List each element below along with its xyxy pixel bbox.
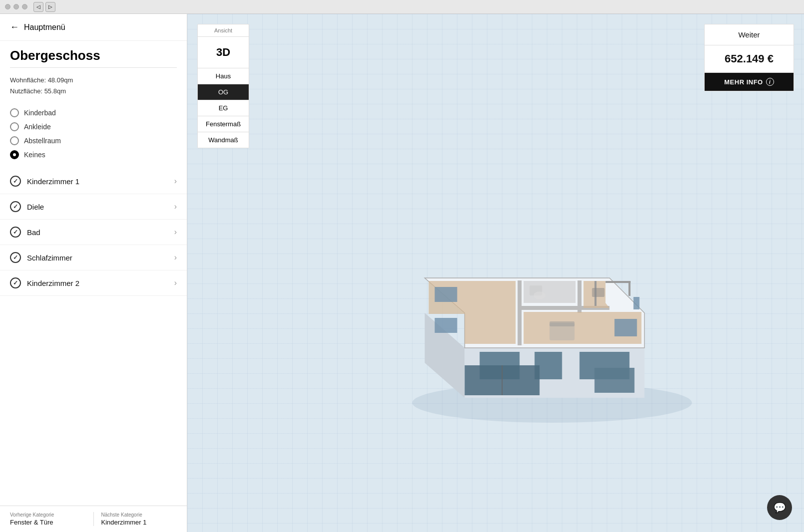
radio-label-keines: Keines bbox=[24, 151, 45, 159]
svg-rect-21 bbox=[628, 281, 630, 296]
house-3d-visualization bbox=[365, 138, 739, 438]
radio-label-kinderbad: Kinderbad bbox=[24, 109, 56, 117]
view-btn-eg[interactable]: EG bbox=[198, 100, 249, 116]
main-menu-label[interactable]: Hauptmenü bbox=[24, 23, 65, 32]
radio-circle-kinderbad bbox=[10, 108, 19, 117]
browser-back-btn[interactable]: ◁ bbox=[33, 2, 43, 12]
room-list: Kinderzimmer 1 › Diele › Bad › bbox=[0, 167, 187, 506]
room-name-schlafzimmer: Schlafzimmer bbox=[27, 254, 72, 262]
room-name-bad: Bad bbox=[27, 228, 40, 237]
view-label: Ansicht bbox=[198, 24, 249, 37]
room-item-bad[interactable]: Bad › bbox=[0, 220, 187, 245]
nutzflache-label: Nutzfläche: 55.8qm bbox=[10, 86, 177, 97]
svg-point-26 bbox=[533, 291, 545, 299]
radio-keines[interactable]: Keines bbox=[10, 148, 177, 162]
footer-divider bbox=[93, 512, 94, 526]
view-controls: Ansicht 3D Haus OG EG Fenstermaß Wandmaß bbox=[197, 24, 249, 148]
sidebar-header: ← Hauptmenü bbox=[0, 14, 187, 41]
sidebar-title: Obergeschoss bbox=[0, 41, 187, 67]
footer-next-value: Kinderzimmer 1 bbox=[101, 519, 177, 526]
room-item-diele[interactable]: Diele › bbox=[0, 194, 187, 220]
svg-rect-22 bbox=[592, 288, 604, 297]
radio-ankleide[interactable]: Ankleide bbox=[10, 120, 177, 134]
svg-rect-29 bbox=[594, 368, 634, 393]
svg-rect-20 bbox=[605, 281, 630, 283]
footer-next[interactable]: Nächste Kategorie Kinderzimmer 1 bbox=[101, 512, 177, 526]
chevron-kinderzimmer2: › bbox=[174, 278, 177, 287]
room-name-kinderzimmer2: Kinderzimmer 2 bbox=[27, 279, 79, 287]
weiter-button[interactable]: Weiter bbox=[705, 24, 794, 45]
chevron-kinderzimmer1: › bbox=[174, 177, 177, 186]
chat-button[interactable]: 💬 bbox=[767, 495, 792, 520]
room-name-diele: Diele bbox=[27, 203, 44, 211]
app-container: ← Hauptmenü Obergeschoss Wohnfläche: 48.… bbox=[0, 14, 804, 532]
svg-rect-17 bbox=[614, 319, 637, 336]
radio-circle-keines bbox=[10, 150, 19, 159]
svg-rect-24 bbox=[549, 321, 574, 326]
chat-icon: 💬 bbox=[774, 502, 786, 514]
chevron-diele: › bbox=[174, 202, 177, 211]
view-btn-og[interactable]: OG bbox=[198, 84, 249, 100]
radio-kinderbad[interactable]: Kinderbad bbox=[10, 106, 177, 120]
chevron-schlafzimmer: › bbox=[174, 253, 177, 262]
view-btn-wandmass[interactable]: Wandmaß bbox=[198, 132, 249, 148]
svg-rect-13 bbox=[434, 318, 457, 333]
svg-rect-12 bbox=[434, 287, 457, 302]
browser-navigation: ◁ ▷ bbox=[33, 2, 55, 12]
room-item-left-schlafzimmer: Schlafzimmer bbox=[10, 252, 72, 263]
price-amount: 652.149 € bbox=[705, 45, 794, 73]
radio-label-abstellraum: Abstellraum bbox=[24, 137, 61, 145]
view-btn-haus[interactable]: Haus bbox=[198, 68, 249, 84]
check-circle-bad bbox=[10, 227, 21, 238]
room-item-schlafzimmer[interactable]: Schlafzimmer › bbox=[0, 245, 187, 270]
radio-label-ankleide: Ankleide bbox=[24, 123, 51, 131]
room-item-left-kinderzimmer2: Kinderzimmer 2 bbox=[10, 277, 79, 288]
main-content: Ansicht 3D Haus OG EG Fenstermaß Wandmaß… bbox=[187, 14, 804, 532]
check-circle-kinderzimmer2 bbox=[10, 277, 21, 288]
room-name-kinderzimmer1: Kinderzimmer 1 bbox=[27, 177, 79, 186]
room-item-kinderzimmer2[interactable]: Kinderzimmer 2 › bbox=[0, 270, 187, 296]
mehr-info-label: MEHR INFO bbox=[724, 78, 763, 86]
browser-dot-yellow bbox=[13, 4, 19, 9]
browser-dot-green bbox=[22, 4, 27, 9]
room-item-left: Kinderzimmer 1 bbox=[10, 176, 79, 187]
view-btn-3d[interactable]: 3D bbox=[198, 37, 249, 68]
radio-abstellraum[interactable]: Abstellraum bbox=[10, 134, 177, 148]
view-btn-fenstermass[interactable]: Fenstermaß bbox=[198, 116, 249, 132]
price-panel: Weiter 652.149 € MEHR INFO i bbox=[704, 24, 794, 91]
footer-prev-label: Vorherige Kategorie bbox=[10, 512, 86, 518]
wohnflache-label: Wohnfläche: 48.09qm bbox=[10, 75, 177, 86]
room-item-left-bad: Bad bbox=[10, 227, 40, 238]
check-circle-schlafzimmer bbox=[10, 252, 21, 263]
radio-circle-ankleide bbox=[10, 122, 19, 131]
check-circle-kinderzimmer1 bbox=[10, 176, 21, 187]
footer-next-label: Nächste Kategorie bbox=[101, 512, 177, 518]
check-circle-diele bbox=[10, 201, 21, 212]
browser-chrome: ◁ ▷ bbox=[0, 0, 804, 14]
radio-circle-abstellraum bbox=[10, 136, 19, 145]
browser-dot-red bbox=[5, 4, 10, 9]
back-button[interactable]: ← bbox=[10, 22, 19, 32]
radio-section: Kinderbad Ankleide Abstellraum Keines bbox=[0, 104, 187, 167]
sidebar: ← Hauptmenü Obergeschoss Wohnfläche: 48.… bbox=[0, 14, 187, 532]
browser-forward-btn[interactable]: ▷ bbox=[45, 2, 55, 12]
sidebar-meta: Wohnfläche: 48.09qm Nutzfläche: 55.8qm bbox=[0, 68, 187, 104]
footer-prev-value: Fenster & Türe bbox=[10, 519, 86, 526]
svg-rect-18 bbox=[633, 297, 639, 309]
info-icon: i bbox=[766, 78, 774, 86]
room-item-kinderzimmer1[interactable]: Kinderzimmer 1 › bbox=[0, 169, 187, 194]
footer-prev[interactable]: Vorherige Kategorie Fenster & Türe bbox=[10, 512, 86, 526]
room-item-left-diele: Diele bbox=[10, 201, 44, 212]
sidebar-footer: Vorherige Kategorie Fenster & Türe Nächs… bbox=[0, 506, 187, 532]
mehr-info-button[interactable]: MEHR INFO i bbox=[705, 73, 794, 91]
chevron-bad: › bbox=[174, 228, 177, 237]
